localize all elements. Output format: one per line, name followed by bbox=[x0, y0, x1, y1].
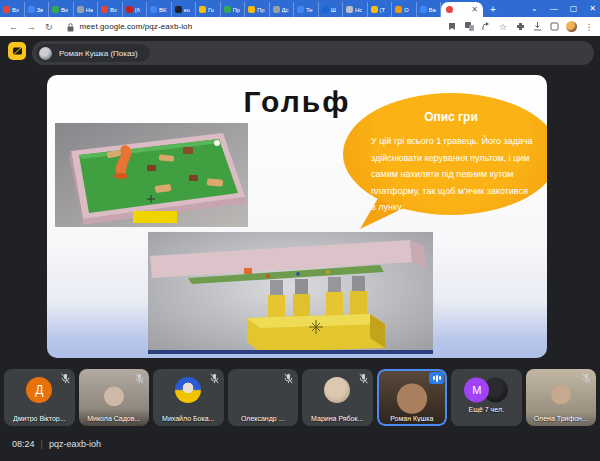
tab-strip: ВхЗвВиНаВх(бВКеоГоПрПрДсТеШНс(ТОВа bbox=[0, 0, 441, 17]
tab-label: ео bbox=[184, 7, 191, 13]
tab-favicon bbox=[224, 6, 231, 13]
participant-tile[interactable]: Марина Рябок... bbox=[302, 369, 373, 426]
participant-tile[interactable]: MЕщё 7 чел. bbox=[451, 369, 522, 426]
tab-label: Ви bbox=[61, 7, 68, 13]
browser-tab[interactable]: Те bbox=[294, 2, 319, 17]
browser-titlebar: ВхЗвВиНаВх(бВКеоГоПрПрДсТеШНс(ТОВа ✕ + ⌄… bbox=[0, 0, 600, 17]
url-text[interactable]: meet.google.com/pqz-eaxb-ioh bbox=[80, 22, 193, 31]
tab-label: (б bbox=[135, 7, 140, 13]
browser-tab[interactable]: Нс bbox=[343, 2, 368, 17]
browser-tab[interactable]: Ва bbox=[417, 2, 442, 17]
presenter-name: Роман Кушка (Показ) bbox=[59, 49, 138, 58]
participants-filmstrip: ДДмитро Віктор...Микола Садов...Михайло … bbox=[0, 369, 600, 426]
browser-tab[interactable]: О bbox=[392, 2, 417, 17]
tab-label: Вх bbox=[110, 7, 117, 13]
tab-favicon bbox=[175, 6, 182, 13]
tab-label: Зв bbox=[37, 7, 44, 13]
browser-tab[interactable]: (Т bbox=[368, 2, 393, 17]
meta-separator: | bbox=[41, 439, 43, 449]
browser-urlbar: ← → ↻ meet.google.com/pqz-eaxb-ioh ☆ ⋮ bbox=[0, 17, 600, 36]
participant-name: Микола Садов... bbox=[81, 415, 148, 422]
browser-tab[interactable]: Вх bbox=[0, 2, 25, 17]
tab-favicon bbox=[126, 6, 133, 13]
tab-label: Пр bbox=[257, 7, 265, 13]
participant-tile[interactable]: Микола Садов... bbox=[79, 369, 150, 426]
browser-tab[interactable]: Пр bbox=[245, 2, 270, 17]
meeting-meta: 08:24 | pqz-eaxb-ioh bbox=[12, 426, 101, 461]
mic-off-icon bbox=[61, 373, 70, 384]
star-icon[interactable]: ☆ bbox=[498, 22, 508, 32]
tab-label: Пр bbox=[233, 7, 241, 13]
browser-tab[interactable]: Вх bbox=[98, 2, 123, 17]
avatar-initial: Д bbox=[26, 377, 52, 403]
share-icon[interactable] bbox=[481, 22, 491, 32]
browser-tab[interactable]: Пр bbox=[221, 2, 246, 17]
browser-tab[interactable]: (б bbox=[123, 2, 148, 17]
browser-tab[interactable]: Зв bbox=[25, 2, 50, 17]
window-controls: ⌄ — ▢ ✕ bbox=[531, 0, 596, 17]
tab-favicon bbox=[150, 6, 157, 13]
extensions-icon[interactable] bbox=[515, 22, 525, 32]
participant-name: Роман Кушка bbox=[379, 415, 446, 422]
reload-icon[interactable]: ↻ bbox=[45, 22, 53, 32]
browser-menu-icon[interactable]: ⋮ bbox=[584, 22, 594, 32]
tab-favicon bbox=[199, 6, 206, 13]
avatar-photo bbox=[324, 377, 350, 403]
meet-control-bar: 08:24 | pqz-eaxb-ioh bbox=[0, 426, 600, 461]
profile-avatar[interactable] bbox=[566, 21, 577, 32]
browser-tab[interactable]: ВК bbox=[147, 2, 172, 17]
install-app-icon[interactable] bbox=[549, 22, 559, 32]
participant-tile[interactable]: Роман Кушка bbox=[377, 369, 448, 426]
tab-close-icon[interactable]: ✕ bbox=[471, 6, 478, 14]
participant-tile[interactable]: Олександр ... bbox=[228, 369, 299, 426]
lock-icon[interactable] bbox=[67, 18, 74, 36]
minimize-icon[interactable]: — bbox=[550, 4, 558, 13]
browser-tab[interactable]: Ви bbox=[49, 2, 74, 17]
tab-favicon bbox=[273, 6, 280, 13]
tab-label: Ва bbox=[429, 7, 436, 13]
browser-tab[interactable]: Ш bbox=[319, 2, 344, 17]
tab-favicon bbox=[346, 6, 353, 13]
new-tab-button[interactable]: + bbox=[483, 2, 503, 17]
browser-tab[interactable]: ео bbox=[172, 2, 197, 17]
bubble-title: Опис гри bbox=[343, 110, 547, 124]
presentation-indicator-button[interactable] bbox=[8, 42, 26, 60]
mic-off-icon bbox=[135, 373, 144, 384]
download-icon[interactable] bbox=[532, 22, 542, 32]
mic-off-icon bbox=[582, 373, 591, 384]
forward-icon[interactable]: → bbox=[27, 22, 36, 32]
participant-name: Дмитро Віктор... bbox=[6, 415, 73, 422]
tab-favicon bbox=[395, 6, 402, 13]
tab-favicon bbox=[77, 6, 84, 13]
maximize-icon[interactable]: ▢ bbox=[570, 4, 578, 13]
browser-tab[interactable]: Дс bbox=[270, 2, 295, 17]
participant-tile[interactable]: Олена Трифон... bbox=[526, 369, 597, 426]
meeting-code: pqz-eaxb-ioh bbox=[49, 439, 101, 449]
tab-label: На bbox=[86, 7, 94, 13]
presenter-header-bar: Роман Кушка (Показ) bbox=[32, 41, 594, 65]
recording-dot-icon bbox=[446, 6, 453, 13]
tab-label: Ш bbox=[331, 7, 337, 13]
participant-tile[interactable]: ДДмитро Віктор... bbox=[4, 369, 75, 426]
translate-icon[interactable] bbox=[464, 22, 474, 32]
tab-favicon bbox=[420, 6, 427, 13]
active-tab-meet[interactable]: ✕ bbox=[441, 2, 483, 17]
close-icon[interactable]: ✕ bbox=[589, 4, 596, 13]
browser-tab[interactable]: Го bbox=[196, 2, 221, 17]
browser-tab[interactable]: На bbox=[74, 2, 99, 17]
golf-course-image bbox=[55, 123, 248, 227]
tab-favicon bbox=[371, 6, 378, 13]
urlbar-actions: ☆ ⋮ bbox=[447, 17, 594, 36]
overflow-avatars: M bbox=[464, 377, 508, 402]
back-icon[interactable]: ← bbox=[9, 22, 18, 32]
participant-name: Олександр ... bbox=[230, 415, 297, 422]
participant-tile[interactable]: Михайло Бока... bbox=[153, 369, 224, 426]
mic-off-icon bbox=[284, 373, 293, 384]
tab-favicon bbox=[297, 6, 304, 13]
tab-favicon bbox=[248, 6, 255, 13]
tab-label: Вх bbox=[12, 7, 19, 13]
chevron-down-icon[interactable]: ⌄ bbox=[531, 4, 538, 13]
presenter-pill[interactable]: Роман Кушка (Показ) bbox=[36, 44, 150, 62]
tab-favicon bbox=[52, 6, 59, 13]
bookmark-flag-icon[interactable] bbox=[447, 22, 457, 32]
